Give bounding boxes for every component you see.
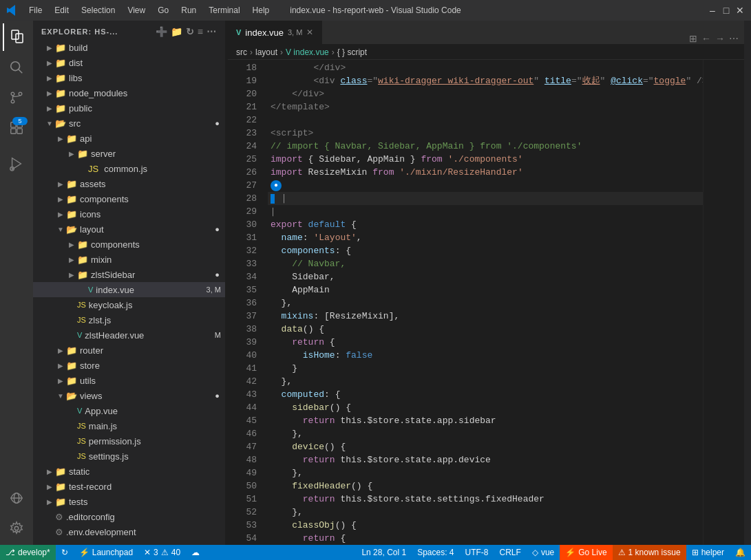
- menu-help[interactable]: Help: [247, 4, 275, 17]
- go-forward-icon[interactable]: →: [715, 33, 725, 44]
- collapse-icon[interactable]: ≡: [198, 26, 204, 37]
- tree-item-layout-components[interactable]: ▶ 📁 components: [33, 237, 225, 252]
- tree-item-assets[interactable]: ▶ 📁 assets: [33, 176, 225, 191]
- tree-item-components[interactable]: ▶ 📁 components: [33, 191, 225, 206]
- menu-go[interactable]: Go: [152, 4, 174, 17]
- tree-item-app-vue[interactable]: V App.vue: [33, 403, 225, 418]
- remote-icon: ⚡: [79, 548, 89, 557]
- source-control-icon[interactable]: [3, 84, 30, 111]
- status-encoding[interactable]: UTF-8: [460, 545, 494, 560]
- svg-rect-0: [12, 30, 19, 39]
- tree-item-views[interactable]: ▼ 📂 views ●: [33, 388, 225, 403]
- code-line-19: <div class="wiki-dragger wiki-dragger-ou…: [268, 74, 703, 87]
- status-language[interactable]: ◇ vue: [527, 545, 560, 560]
- tree-item-index-vue[interactable]: V index.vue 3, M: [33, 282, 225, 297]
- tree-item-layout[interactable]: ▼ 📂 layout ●: [33, 222, 225, 237]
- tree-item-zlst-js[interactable]: JS zlst.js: [33, 312, 225, 327]
- tree-item-common-js[interactable]: JS common.js: [33, 161, 225, 176]
- tree-item-static[interactable]: ▶ 📁 static: [33, 464, 225, 479]
- status-remote[interactable]: ⚡ Launchpad: [74, 545, 138, 560]
- code-line-20: </div>: [268, 87, 703, 100]
- extensions-icon[interactable]: [3, 114, 30, 142]
- remote-icon[interactable]: [3, 484, 30, 512]
- svg-rect-9: [17, 122, 22, 127]
- tree-item-main-js[interactable]: JS main.js: [33, 418, 225, 433]
- tree-item-zlst-header[interactable]: V zlstHeader.vue M: [33, 327, 225, 343]
- status-sync[interactable]: ↻: [56, 545, 74, 560]
- tree-item-src[interactable]: ▼ 📂 src ●: [33, 116, 225, 131]
- close-button[interactable]: ✕: [736, 6, 744, 14]
- run-debug-icon[interactable]: [3, 150, 30, 177]
- more-actions-icon[interactable]: ⋯: [207, 26, 217, 37]
- svg-point-4: [11, 92, 14, 96]
- menu-terminal[interactable]: Terminal: [203, 4, 245, 17]
- breadcrumb-layout[interactable]: layout: [255, 47, 277, 57]
- golive-label: Go Live: [578, 548, 606, 557]
- tree-item-keycloak[interactable]: JS keycloak.js: [33, 297, 225, 312]
- tree-item-build[interactable]: ▶ 📁 build: [33, 40, 225, 55]
- tree-item-api[interactable]: ▶ 📁 api: [33, 131, 225, 146]
- tree-item-utils[interactable]: ▶ 📁 utils: [33, 373, 225, 388]
- code-line-54: return {: [268, 532, 703, 545]
- sidebar: EXPLORER: HS-... ➕ 📁 ↻ ≡ ⋯ ▶ 📁 build ▶ 📁: [33, 21, 226, 545]
- go-back-icon[interactable]: ←: [701, 33, 711, 44]
- tab-close-icon[interactable]: ✕: [306, 28, 313, 37]
- restore-button[interactable]: □: [722, 6, 730, 14]
- settings-icon[interactable]: [3, 515, 30, 542]
- tree-item-settings-js[interactable]: JS settings.js: [33, 449, 225, 464]
- code-content[interactable]: </div> <div class="wiki-dragger wiki-dra…: [262, 60, 703, 545]
- arrow-icon: ▶: [44, 89, 55, 97]
- tree-item-router[interactable]: ▶ 📁 router: [33, 343, 225, 358]
- status-eol[interactable]: CRLF: [494, 545, 527, 560]
- tree-item-public[interactable]: ▶ 📁 public: [33, 100, 225, 116]
- status-notifications[interactable]: 🔔: [730, 545, 751, 560]
- menu-run[interactable]: Run: [176, 4, 202, 17]
- more-tabs-icon[interactable]: ⋯: [729, 33, 739, 44]
- status-known-issue[interactable]: ⚠ 1 known issue: [613, 545, 686, 560]
- menu-selection[interactable]: Selection: [76, 4, 120, 17]
- menu-edit[interactable]: Edit: [49, 4, 74, 17]
- minimize-button[interactable]: –: [708, 6, 717, 14]
- tree-item-server[interactable]: ▶ 📁 server: [33, 146, 225, 161]
- status-cursor[interactable]: Ln 28, Col 1: [356, 545, 412, 560]
- refresh-icon[interactable]: ↻: [186, 26, 195, 37]
- tree-item-dist[interactable]: ▶ 📁 dist: [33, 55, 225, 70]
- status-go-live[interactable]: ⚡ Go Live: [560, 545, 612, 560]
- tree-item-icons[interactable]: ▶ 📁 icons: [33, 206, 225, 222]
- status-helper[interactable]: ⊞ helper: [686, 545, 730, 560]
- tree-item-tests[interactable]: ▶ 📁 tests: [33, 494, 225, 509]
- tree-label: layout: [80, 224, 215, 235]
- tree-item-mixin[interactable]: ▶ 📁 mixin: [33, 252, 225, 267]
- tree-label: permission.js: [89, 436, 225, 446]
- new-folder-icon[interactable]: 📁: [171, 26, 183, 37]
- breadcrumb-file[interactable]: V index.vue: [286, 47, 329, 57]
- tree-item-test-record[interactable]: ▶ 📁 test-record: [33, 479, 225, 494]
- file-icon: JS: [77, 452, 86, 460]
- folder-icon: 📁: [66, 133, 77, 144]
- status-errors[interactable]: ✕ 3 ⚠ 40: [138, 545, 186, 560]
- explorer-icon[interactable]: [3, 23, 30, 51]
- tree-item-node-modules[interactable]: ▶ 📁 node_modules: [33, 85, 225, 100]
- breadcrumb-section[interactable]: { } script: [337, 47, 367, 57]
- tree-item-editorconfig[interactable]: ⚙ .editorconfig: [33, 509, 225, 524]
- tree-item-zlst-sidebar[interactable]: ▶ 📁 zlstSidebar ●: [33, 267, 225, 282]
- menu-file[interactable]: File: [23, 4, 47, 17]
- tree-item-store[interactable]: ▶ 📁 store: [33, 358, 225, 373]
- status-spaces[interactable]: Spaces: 4: [412, 545, 459, 560]
- tree-label: common.js: [104, 164, 225, 174]
- status-branch[interactable]: ⎇ develop*: [0, 545, 56, 560]
- code-line-47: device() {: [268, 440, 703, 453]
- warning-icon: ⚠: [161, 548, 169, 557]
- breadcrumb-src[interactable]: src: [236, 47, 247, 57]
- new-file-icon[interactable]: ➕: [156, 26, 168, 37]
- tree-item-libs[interactable]: ▶ 📁 libs: [33, 70, 225, 85]
- code-line-18: </div>: [268, 61, 703, 74]
- tab-index-vue[interactable]: V index.vue 3, M ✕: [228, 21, 322, 44]
- menu-view[interactable]: View: [122, 4, 151, 17]
- search-icon[interactable]: [3, 54, 30, 81]
- tree-item-permission-js[interactable]: JS permission.js: [33, 433, 225, 449]
- tree-item-env-development[interactable]: ⚙ .env.development: [33, 524, 225, 539]
- folder-icon: 📁: [77, 239, 88, 250]
- status-deploy[interactable]: ☁: [186, 545, 205, 560]
- split-editor-icon[interactable]: ⊞: [689, 33, 697, 44]
